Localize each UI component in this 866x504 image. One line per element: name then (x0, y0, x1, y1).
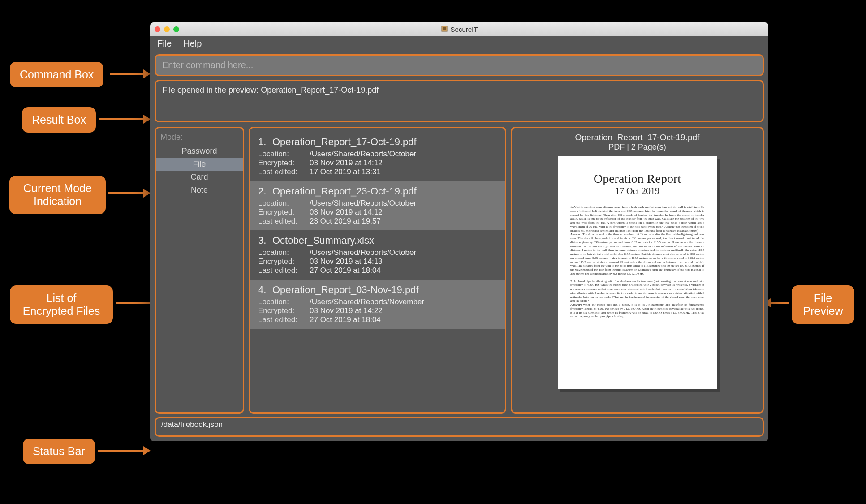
mode-item-password[interactable]: Password (156, 145, 243, 158)
title-bar: SecureIT (150, 22, 768, 36)
mode-label: Mode: (156, 132, 243, 145)
file-encrypted: 03 Nov 2019 at 14:12 (310, 159, 383, 168)
doc-body: 1. A bat is standing some distance away … (570, 205, 704, 319)
meta-label: Last edited: (258, 168, 310, 177)
meta-label: Location: (258, 150, 310, 159)
command-box[interactable] (155, 54, 764, 76)
meta-label: Encrypted: (258, 159, 310, 168)
file-last-edited: 27 Oct 2019 at 18:04 (310, 315, 381, 324)
file-last-edited: 23 Oct 2019 at 19:57 (310, 217, 381, 226)
meta-label: Last edited: (258, 217, 310, 226)
menu-help[interactable]: Help (183, 39, 202, 49)
meta-label: Location: (258, 297, 310, 306)
window-title: SecureIT (150, 25, 768, 34)
callout-arrow (110, 73, 143, 75)
doc-title: Operation Report (570, 172, 704, 186)
file-item[interactable]: 4.Operation_Report_03-Nov-19.pdf Locatio… (250, 280, 505, 329)
file-list: 1.Operation_Report_17-Oct-19.pdf Locatio… (249, 127, 506, 414)
file-name: Operation_Report_03-Nov-19.pdf (272, 284, 419, 295)
callout-status-bar: Status Bar (23, 439, 95, 464)
callout-arrow (108, 192, 143, 194)
result-text: File opened in the preview: Operation_Re… (162, 86, 379, 95)
app-window: SecureIT File Help File opened in the pr… (150, 22, 768, 441)
file-last-edited: 17 Oct 2019 at 13:31 (310, 168, 381, 177)
file-item[interactable]: 3.October_Summary.xlsx Location:/Users/S… (250, 230, 505, 280)
preview-subtitle: PDF | 2 Page(s) (608, 142, 666, 152)
status-path: /data/filebook.json (161, 420, 223, 429)
callout-file-preview: File Preview (792, 285, 854, 324)
file-name: Operation_Report_17-Oct-19.pdf (272, 136, 417, 147)
file-item[interactable]: 2.Operation_Report_23-Oct-19.pdf Locatio… (250, 181, 505, 230)
file-name: Operation_Report_23-Oct-19.pdf (272, 185, 417, 197)
file-last-edited: 27 Oct 2019 at 18:04 (310, 266, 381, 275)
svg-rect-1 (443, 27, 446, 30)
status-bar: /data/filebook.json (155, 417, 764, 437)
callout-arrow (98, 450, 143, 452)
mode-item-card[interactable]: Card (156, 171, 243, 184)
callout-file-list: List of Encrypted Files (10, 285, 113, 324)
menu-bar: File Help (150, 36, 768, 52)
app-icon (441, 25, 448, 34)
window-title-text: SecureIT (451, 26, 478, 33)
file-name: October_Summary.xlsx (272, 235, 374, 246)
file-location: /Users/Shared/Reports/October (310, 199, 416, 208)
file-item[interactable]: 1.Operation_Report_17-Oct-19.pdf Locatio… (250, 132, 505, 181)
meta-label: Encrypted: (258, 257, 310, 266)
file-index: 3. (258, 235, 272, 246)
mode-item-note[interactable]: Note (156, 184, 243, 197)
menu-file[interactable]: File (157, 39, 172, 49)
preview-panel: Operation_Report_17-Oct-19.pdf PDF | 2 P… (511, 127, 764, 414)
meta-label: Encrypted: (258, 306, 310, 315)
document-preview-page: Operation Report 17 Oct 2019 1. A bat is… (558, 156, 717, 389)
file-encrypted: 03 Nov 2019 at 14:13 (310, 257, 383, 266)
file-encrypted: 03 Nov 2019 at 14:22 (310, 306, 383, 315)
callout-result-box: Result Box (22, 107, 96, 133)
command-input[interactable] (162, 60, 756, 70)
preview-filename: Operation_Report_17-Oct-19.pdf (575, 133, 700, 142)
result-box: File opened in the preview: Operation_Re… (155, 80, 764, 122)
doc-date: 17 Oct 2019 (570, 186, 704, 196)
mode-item-file[interactable]: File (156, 158, 243, 171)
meta-label: Last edited: (258, 266, 310, 275)
file-location: /Users/Shared/Reports/October (310, 150, 416, 159)
file-encrypted: 03 Nov 2019 at 14:12 (310, 208, 383, 217)
file-index: 4. (258, 284, 272, 296)
file-location: /Users/Shared/Reports/October (310, 248, 416, 257)
meta-label: Last edited: (258, 315, 310, 324)
file-location: /Users/Shared/Reports/November (310, 297, 424, 306)
mode-panel: Mode: Password File Card Note (155, 127, 244, 414)
callout-arrow (771, 302, 789, 304)
callout-mode-indication: Current Mode Indication (9, 176, 106, 214)
callout-command-box: Command Box (10, 62, 103, 87)
meta-label: Location: (258, 199, 310, 208)
meta-label: Encrypted: (258, 208, 310, 217)
callout-arrow (99, 118, 143, 120)
file-index: 2. (258, 185, 272, 197)
meta-label: Location: (258, 248, 310, 257)
file-index: 1. (258, 136, 272, 148)
